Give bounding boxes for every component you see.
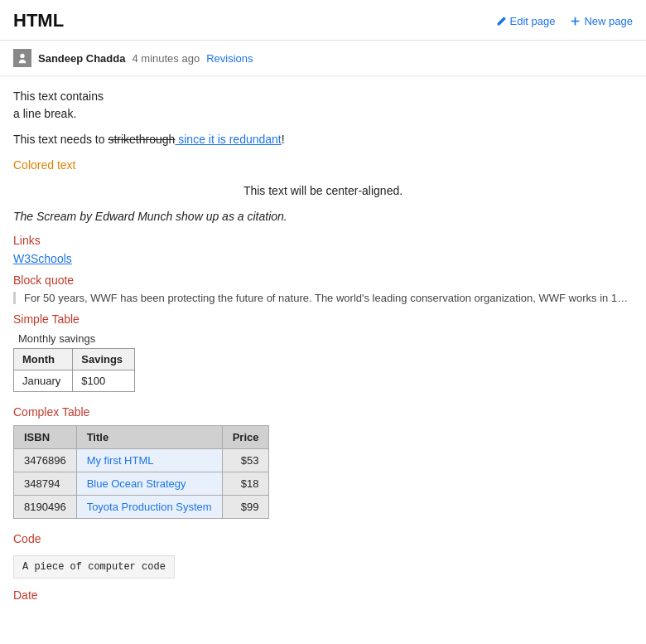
- col-price: Price: [222, 426, 269, 449]
- header-actions: Edit page New page: [496, 15, 633, 27]
- simple-table-header-savings: Savings: [73, 349, 135, 370]
- col-title: Title: [76, 426, 222, 449]
- blockquote-label: Block quote: [13, 274, 633, 287]
- code-label: Code: [13, 532, 633, 545]
- line-break-line2: a line break.: [13, 107, 76, 120]
- line-break-line1: This text contains: [13, 90, 104, 103]
- new-page-label: New page: [584, 15, 633, 27]
- citation-rest: by Edward Munch show up as a citation.: [76, 210, 287, 223]
- complex-table-label: Complex Table: [13, 405, 633, 419]
- table-caption: Monthly savings: [13, 332, 633, 345]
- table-row: 3476896 My first HTML $53: [14, 449, 269, 472]
- content-area: This text contains a line break. This te…: [0, 76, 646, 622]
- simple-table-header-month: Month: [14, 349, 73, 370]
- plus-icon: [570, 16, 581, 27]
- cell-price-1: $53: [222, 449, 269, 472]
- user-icon: [17, 52, 28, 64]
- complex-table-header-row: ISBN Title Price: [14, 426, 269, 449]
- line-break-paragraph: This text contains a line break.: [13, 88, 633, 123]
- cell-isbn-3: 8190496: [14, 496, 77, 519]
- avatar: [13, 49, 31, 67]
- cell-title-1: My first HTML: [76, 449, 222, 472]
- date-section: Date: [13, 588, 633, 602]
- strikethrough-word: strikethrough: [108, 133, 175, 146]
- cell-title-3: Toyota Production System: [76, 496, 222, 519]
- complex-table: ISBN Title Price 3476896 My first HTML $…: [13, 425, 269, 519]
- redundant-link[interactable]: since it is redundant: [175, 133, 281, 146]
- cell-price-2: $18: [222, 472, 269, 496]
- edit-icon: [496, 16, 507, 27]
- cell-price-3: $99: [222, 496, 269, 519]
- date-label: Date: [13, 588, 633, 602]
- table-row: January $100: [14, 370, 135, 392]
- cell-title-2: Blue Ocean Strategy: [76, 472, 222, 496]
- revisions-link[interactable]: Revisions: [206, 52, 253, 65]
- meta-row: Sandeep Chadda 4 minutes ago Revisions: [0, 41, 646, 76]
- edit-page-label: Edit page: [510, 15, 556, 27]
- new-page-button[interactable]: New page: [570, 15, 633, 27]
- code-block: A piece of computer code: [13, 555, 175, 579]
- simple-table-cell-month: January: [14, 370, 73, 392]
- strikethrough-exclaim: !: [282, 133, 285, 146]
- citation-italic: The Scream: [13, 210, 76, 223]
- edit-page-button[interactable]: Edit page: [496, 15, 556, 27]
- colored-text: Colored text: [13, 157, 633, 174]
- center-text: This text will be center-aligned.: [13, 182, 633, 200]
- complex-table-section: Complex Table ISBN Title Price 3476896 M…: [13, 405, 633, 519]
- simple-table-cell-savings: $100: [73, 370, 135, 392]
- blockquote-section: Block quote For 50 years, WWF has been p…: [13, 274, 633, 304]
- links-label[interactable]: Links: [13, 234, 633, 247]
- simple-table-label: Simple Table: [13, 312, 633, 326]
- page-header: HTML Edit page New page: [0, 0, 646, 41]
- code-section: Code A piece of computer code: [13, 532, 633, 579]
- meta-time: 4 minutes ago: [132, 52, 200, 65]
- col-isbn: ISBN: [14, 426, 77, 449]
- simple-table-header-row: Month Savings: [14, 349, 135, 370]
- cell-isbn-1: 3476896: [14, 449, 77, 472]
- w3schools-link[interactable]: W3Schools: [13, 252, 633, 265]
- simple-table-section: Simple Table Monthly savings Month Savin…: [13, 312, 633, 392]
- table-row: 348794 Blue Ocean Strategy $18: [14, 472, 269, 496]
- blockquote-text: For 50 years, WWF has been protecting th…: [13, 292, 633, 304]
- page-title: HTML: [13, 10, 64, 31]
- meta-author: Sandeep Chadda: [38, 52, 125, 65]
- strikethrough-pre: This text needs to: [13, 133, 108, 146]
- citation-text: The Scream by Edward Munch show up as a …: [13, 208, 633, 225]
- cell-isbn-2: 348794: [14, 472, 77, 496]
- strikethrough-paragraph: This text needs to strikethrough since i…: [13, 131, 633, 148]
- table-row: 8190496 Toyota Production System $99: [14, 496, 269, 519]
- simple-table: Month Savings January $100: [13, 348, 135, 392]
